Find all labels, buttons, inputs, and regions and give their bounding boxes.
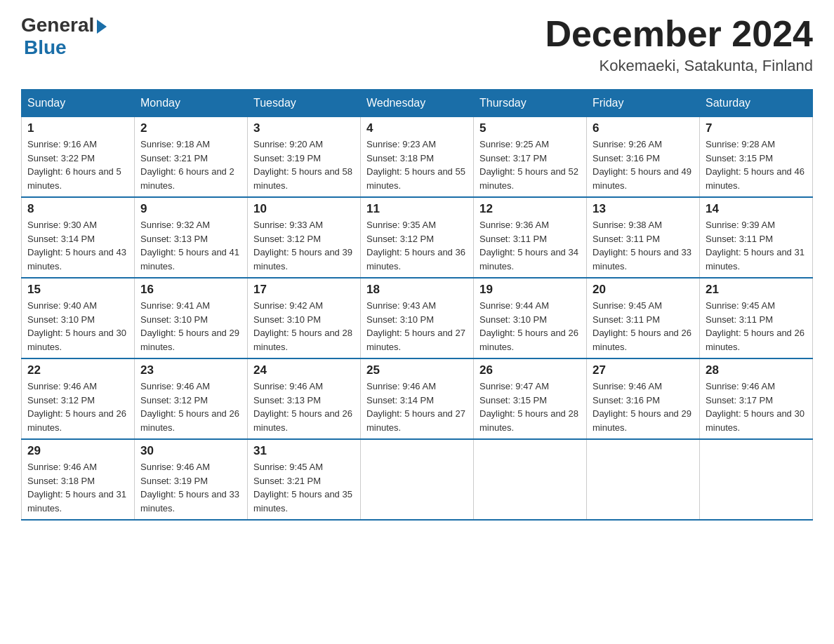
calendar-cell: 3 Sunrise: 9:20 AMSunset: 3:19 PMDayligh… <box>248 117 361 198</box>
day-info: Sunrise: 9:43 AMSunset: 3:10 PMDaylight:… <box>366 299 468 354</box>
day-number: 28 <box>706 363 807 377</box>
day-info: Sunrise: 9:25 AMSunset: 3:17 PMDaylight:… <box>479 137 581 192</box>
calendar-cell: 28 Sunrise: 9:46 AMSunset: 3:17 PMDaylig… <box>700 358 813 439</box>
day-number: 31 <box>253 444 355 458</box>
day-number: 11 <box>366 202 468 216</box>
day-number: 25 <box>366 363 468 377</box>
day-info: Sunrise: 9:35 AMSunset: 3:12 PMDaylight:… <box>366 218 468 273</box>
week-row-4: 22 Sunrise: 9:46 AMSunset: 3:12 PMDaylig… <box>22 358 813 439</box>
day-info: Sunrise: 9:16 AMSunset: 3:22 PMDaylight:… <box>27 137 128 192</box>
column-header-saturday: Saturday <box>700 90 813 117</box>
calendar-cell: 8 Sunrise: 9:30 AMSunset: 3:14 PMDayligh… <box>22 197 135 278</box>
calendar-cell: 14 Sunrise: 9:39 AMSunset: 3:11 PMDaylig… <box>700 197 813 278</box>
day-number: 14 <box>706 202 807 216</box>
calendar-cell: 6 Sunrise: 9:26 AMSunset: 3:16 PMDayligh… <box>587 117 700 198</box>
logo-arrow-icon <box>97 20 107 34</box>
day-info: Sunrise: 9:44 AMSunset: 3:10 PMDaylight:… <box>479 299 581 354</box>
calendar-cell: 29 Sunrise: 9:46 AMSunset: 3:18 PMDaylig… <box>22 439 135 520</box>
calendar-cell: 4 Sunrise: 9:23 AMSunset: 3:18 PMDayligh… <box>361 117 474 198</box>
calendar-cell: 15 Sunrise: 9:40 AMSunset: 3:10 PMDaylig… <box>22 278 135 358</box>
logo-blue-text: Blue <box>24 36 67 59</box>
day-info: Sunrise: 9:47 AMSunset: 3:15 PMDaylight:… <box>479 380 581 434</box>
day-number: 26 <box>479 363 581 377</box>
day-info: Sunrise: 9:26 AMSunset: 3:16 PMDaylight:… <box>593 137 694 192</box>
calendar-cell: 13 Sunrise: 9:38 AMSunset: 3:11 PMDaylig… <box>587 197 700 278</box>
day-info: Sunrise: 9:23 AMSunset: 3:18 PMDaylight:… <box>366 137 468 192</box>
logo: General Blue <box>21 14 107 59</box>
day-info: Sunrise: 9:30 AMSunset: 3:14 PMDaylight:… <box>27 218 128 273</box>
day-number: 21 <box>706 283 807 297</box>
calendar-cell: 5 Sunrise: 9:25 AMSunset: 3:17 PMDayligh… <box>474 117 587 198</box>
day-info: Sunrise: 9:32 AMSunset: 3:13 PMDaylight:… <box>140 218 241 273</box>
column-header-wednesday: Wednesday <box>361 90 474 117</box>
day-info: Sunrise: 9:38 AMSunset: 3:11 PMDaylight:… <box>593 218 694 273</box>
calendar-cell: 18 Sunrise: 9:43 AMSunset: 3:10 PMDaylig… <box>361 278 474 358</box>
day-number: 23 <box>140 363 241 377</box>
logo-general-text: General <box>21 14 94 36</box>
day-number: 6 <box>593 121 694 135</box>
calendar-cell <box>700 439 813 520</box>
day-info: Sunrise: 9:28 AMSunset: 3:15 PMDaylight:… <box>706 137 807 192</box>
day-info: Sunrise: 9:46 AMSunset: 3:13 PMDaylight:… <box>253 380 355 434</box>
month-title: December 2024 <box>545 14 813 54</box>
day-info: Sunrise: 9:41 AMSunset: 3:10 PMDaylight:… <box>140 299 241 354</box>
calendar-cell: 9 Sunrise: 9:32 AMSunset: 3:13 PMDayligh… <box>135 197 248 278</box>
header-row: SundayMondayTuesdayWednesdayThursdayFrid… <box>22 90 813 117</box>
day-info: Sunrise: 9:46 AMSunset: 3:12 PMDaylight:… <box>27 380 128 434</box>
day-number: 15 <box>27 283 128 297</box>
day-number: 10 <box>253 202 355 216</box>
calendar-cell: 12 Sunrise: 9:36 AMSunset: 3:11 PMDaylig… <box>474 197 587 278</box>
day-number: 4 <box>366 121 468 135</box>
day-info: Sunrise: 9:46 AMSunset: 3:19 PMDaylight:… <box>140 460 241 515</box>
calendar-cell: 2 Sunrise: 9:18 AMSunset: 3:21 PMDayligh… <box>135 117 248 198</box>
column-header-monday: Monday <box>135 90 248 117</box>
calendar-cell: 10 Sunrise: 9:33 AMSunset: 3:12 PMDaylig… <box>248 197 361 278</box>
calendar-cell <box>474 439 587 520</box>
day-info: Sunrise: 9:45 AMSunset: 3:21 PMDaylight:… <box>253 460 355 515</box>
calendar-cell: 26 Sunrise: 9:47 AMSunset: 3:15 PMDaylig… <box>474 358 587 439</box>
calendar-cell: 1 Sunrise: 9:16 AMSunset: 3:22 PMDayligh… <box>22 117 135 198</box>
day-info: Sunrise: 9:20 AMSunset: 3:19 PMDaylight:… <box>253 137 355 192</box>
calendar-cell: 20 Sunrise: 9:45 AMSunset: 3:11 PMDaylig… <box>587 278 700 358</box>
day-info: Sunrise: 9:46 AMSunset: 3:16 PMDaylight:… <box>593 380 694 434</box>
calendar-cell <box>587 439 700 520</box>
column-header-sunday: Sunday <box>22 90 135 117</box>
week-row-1: 1 Sunrise: 9:16 AMSunset: 3:22 PMDayligh… <box>22 117 813 198</box>
day-number: 13 <box>593 202 694 216</box>
location-subtitle: Kokemaeki, Satakunta, Finland <box>545 57 813 75</box>
calendar-cell: 24 Sunrise: 9:46 AMSunset: 3:13 PMDaylig… <box>248 358 361 439</box>
day-info: Sunrise: 9:46 AMSunset: 3:17 PMDaylight:… <box>706 380 807 434</box>
day-number: 18 <box>366 283 468 297</box>
day-number: 12 <box>479 202 581 216</box>
day-info: Sunrise: 9:45 AMSunset: 3:11 PMDaylight:… <box>706 299 807 354</box>
day-number: 3 <box>253 121 355 135</box>
week-row-3: 15 Sunrise: 9:40 AMSunset: 3:10 PMDaylig… <box>22 278 813 358</box>
week-row-2: 8 Sunrise: 9:30 AMSunset: 3:14 PMDayligh… <box>22 197 813 278</box>
calendar-cell: 31 Sunrise: 9:45 AMSunset: 3:21 PMDaylig… <box>248 439 361 520</box>
day-info: Sunrise: 9:39 AMSunset: 3:11 PMDaylight:… <box>706 218 807 273</box>
day-info: Sunrise: 9:45 AMSunset: 3:11 PMDaylight:… <box>593 299 694 354</box>
calendar-cell: 30 Sunrise: 9:46 AMSunset: 3:19 PMDaylig… <box>135 439 248 520</box>
day-number: 16 <box>140 283 241 297</box>
day-number: 24 <box>253 363 355 377</box>
day-info: Sunrise: 9:36 AMSunset: 3:11 PMDaylight:… <box>479 218 581 273</box>
day-number: 7 <box>706 121 807 135</box>
day-info: Sunrise: 9:46 AMSunset: 3:14 PMDaylight:… <box>366 380 468 434</box>
day-number: 19 <box>479 283 581 297</box>
day-info: Sunrise: 9:46 AMSunset: 3:12 PMDaylight:… <box>140 380 241 434</box>
calendar-cell: 22 Sunrise: 9:46 AMSunset: 3:12 PMDaylig… <box>22 358 135 439</box>
column-header-tuesday: Tuesday <box>248 90 361 117</box>
day-number: 29 <box>27 444 128 458</box>
calendar-cell: 23 Sunrise: 9:46 AMSunset: 3:12 PMDaylig… <box>135 358 248 439</box>
column-header-friday: Friday <box>587 90 700 117</box>
day-info: Sunrise: 9:18 AMSunset: 3:21 PMDaylight:… <box>140 137 241 192</box>
calendar-cell <box>361 439 474 520</box>
calendar-cell: 7 Sunrise: 9:28 AMSunset: 3:15 PMDayligh… <box>700 117 813 198</box>
calendar-cell: 27 Sunrise: 9:46 AMSunset: 3:16 PMDaylig… <box>587 358 700 439</box>
calendar-cell: 16 Sunrise: 9:41 AMSunset: 3:10 PMDaylig… <box>135 278 248 358</box>
day-info: Sunrise: 9:42 AMSunset: 3:10 PMDaylight:… <box>253 299 355 354</box>
day-number: 22 <box>27 363 128 377</box>
day-number: 2 <box>140 121 241 135</box>
day-number: 20 <box>593 283 694 297</box>
calendar-cell: 19 Sunrise: 9:44 AMSunset: 3:10 PMDaylig… <box>474 278 587 358</box>
